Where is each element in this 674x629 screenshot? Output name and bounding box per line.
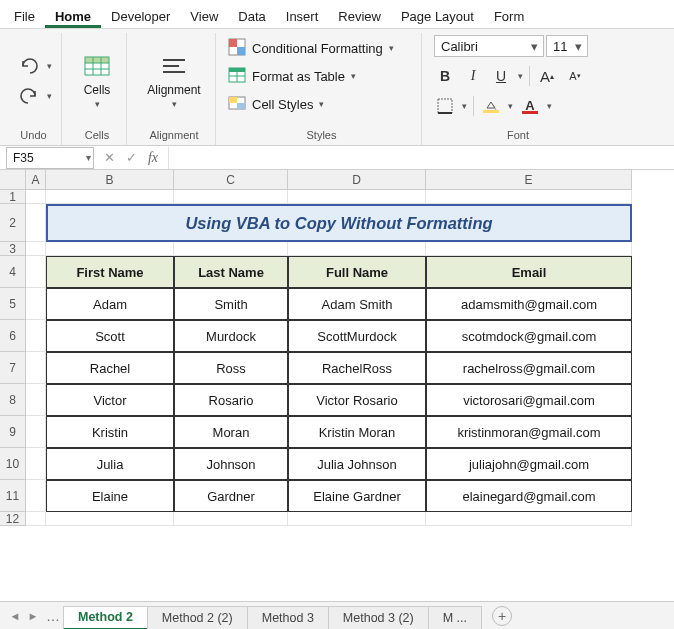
menu-file[interactable]: File (4, 5, 45, 28)
cell[interactable] (174, 242, 288, 256)
format-as-table-button[interactable]: Format as Table ▾ (228, 63, 356, 89)
table-cell[interactable]: Rachel (46, 352, 174, 384)
table-cell[interactable]: Ross (174, 352, 288, 384)
col-header[interactable]: E (426, 170, 632, 190)
table-cell[interactable]: Kristin (46, 416, 174, 448)
table-cell[interactable]: Gardner (174, 480, 288, 512)
row-header[interactable]: 3 (0, 242, 26, 256)
row-header[interactable]: 8 (0, 384, 26, 416)
cell[interactable] (288, 190, 426, 204)
chevron-down-icon[interactable]: ▾ (547, 101, 552, 111)
cell[interactable] (26, 288, 46, 320)
italic-button[interactable]: I (462, 65, 484, 87)
worksheet-grid[interactable]: A B C D E 1 2 Using VBA to Copy Without … (0, 170, 674, 526)
underline-button[interactable]: U (490, 65, 512, 87)
fx-button[interactable]: fx (142, 147, 164, 169)
row-header[interactable]: 10 (0, 448, 26, 480)
cell-styles-button[interactable]: Cell Styles ▾ (228, 91, 324, 117)
table-cell[interactable]: victorosari@gmail.com (426, 384, 632, 416)
alignment-button[interactable]: Alignment ▾ (139, 48, 209, 114)
row-header[interactable]: 2 (0, 204, 26, 242)
table-cell[interactable]: elainegard@gmail.com (426, 480, 632, 512)
cell[interactable] (26, 384, 46, 416)
row-header[interactable]: 7 (0, 352, 26, 384)
borders-button[interactable] (434, 95, 456, 117)
title-cell[interactable]: Using VBA to Copy Without Formatting (46, 204, 632, 242)
cancel-formula-button[interactable]: ✕ (98, 147, 120, 169)
table-cell[interactable]: juliajohn@gmail.com (426, 448, 632, 480)
sheet-tab[interactable]: Method 2 (63, 606, 148, 630)
table-cell[interactable]: Scott (46, 320, 174, 352)
menu-home[interactable]: Home (45, 5, 101, 28)
sheet-tab[interactable]: Method 3 (2) (328, 606, 429, 630)
table-head[interactable]: Full Name (288, 256, 426, 288)
cell[interactable] (26, 204, 46, 242)
table-cell[interactable]: Adam Smith (288, 288, 426, 320)
table-head[interactable]: First Name (46, 256, 174, 288)
chevron-down-icon[interactable]: ▾ (508, 101, 513, 111)
font-size-combo[interactable]: 11 ▾ (546, 35, 588, 57)
fill-color-button[interactable] (480, 95, 502, 117)
table-head[interactable]: Email (426, 256, 632, 288)
table-cell[interactable]: Julia (46, 448, 174, 480)
table-cell[interactable]: RachelRoss (288, 352, 426, 384)
row-header[interactable]: 5 (0, 288, 26, 320)
row-header[interactable]: 6 (0, 320, 26, 352)
table-cell[interactable]: Kristin Moran (288, 416, 426, 448)
chevron-down-icon[interactable]: ▾ (462, 101, 467, 111)
conditional-formatting-button[interactable]: Conditional Formatting ▾ (228, 35, 394, 61)
table-cell[interactable]: Rosario (174, 384, 288, 416)
cell[interactable] (46, 512, 174, 526)
font-name-combo[interactable]: Calibri ▾ (434, 35, 544, 57)
row-header[interactable]: 9 (0, 416, 26, 448)
cell[interactable] (46, 242, 174, 256)
cell[interactable] (288, 512, 426, 526)
table-cell[interactable]: Johnson (174, 448, 288, 480)
row-header[interactable]: 12 (0, 512, 26, 526)
cell[interactable] (288, 242, 426, 256)
cell[interactable] (26, 416, 46, 448)
formula-input[interactable] (168, 147, 674, 169)
cell[interactable] (426, 512, 632, 526)
table-cell[interactable]: adamsmith@gmail.com (426, 288, 632, 320)
undo-icon[interactable] (15, 52, 43, 80)
table-cell[interactable]: Elaine (46, 480, 174, 512)
table-cell[interactable]: Smith (174, 288, 288, 320)
menu-review[interactable]: Review (328, 5, 391, 28)
shrink-font-button[interactable]: A▾ (564, 65, 586, 87)
menu-form[interactable]: Form (484, 5, 534, 28)
table-cell[interactable]: Julia Johnson (288, 448, 426, 480)
col-header[interactable]: B (46, 170, 174, 190)
chevron-down-icon[interactable]: ▾ (47, 91, 52, 101)
row-header[interactable]: 4 (0, 256, 26, 288)
select-all-corner[interactable] (0, 170, 26, 190)
table-cell[interactable]: Victor (46, 384, 174, 416)
enter-formula-button[interactable]: ✓ (120, 147, 142, 169)
font-color-button[interactable]: A (519, 95, 541, 117)
table-cell[interactable]: scotmdock@gmail.com (426, 320, 632, 352)
table-cell[interactable]: Elaine Gardner (288, 480, 426, 512)
sheet-tab[interactable]: Method 3 (247, 606, 329, 630)
menu-page-layout[interactable]: Page Layout (391, 5, 484, 28)
tab-overflow[interactable]: … (42, 608, 64, 624)
col-header[interactable]: C (174, 170, 288, 190)
cell[interactable] (26, 320, 46, 352)
chevron-down-icon[interactable]: ▾ (518, 71, 523, 81)
redo-icon[interactable] (15, 82, 43, 110)
cell[interactable] (46, 190, 174, 204)
row-header[interactable]: 11 (0, 480, 26, 512)
table-cell[interactable]: rachelross@gmail.com (426, 352, 632, 384)
cell[interactable] (26, 242, 46, 256)
cell[interactable] (174, 190, 288, 204)
chevron-down-icon[interactable]: ▾ (47, 61, 52, 71)
tab-nav-next[interactable]: ► (24, 606, 42, 626)
cell[interactable] (26, 190, 46, 204)
cell[interactable] (26, 448, 46, 480)
table-cell[interactable]: ScottMurdock (288, 320, 426, 352)
table-cell[interactable]: Adam (46, 288, 174, 320)
menu-view[interactable]: View (180, 5, 228, 28)
cell[interactable] (174, 512, 288, 526)
cell[interactable] (26, 480, 46, 512)
cell[interactable] (26, 352, 46, 384)
col-header[interactable]: D (288, 170, 426, 190)
